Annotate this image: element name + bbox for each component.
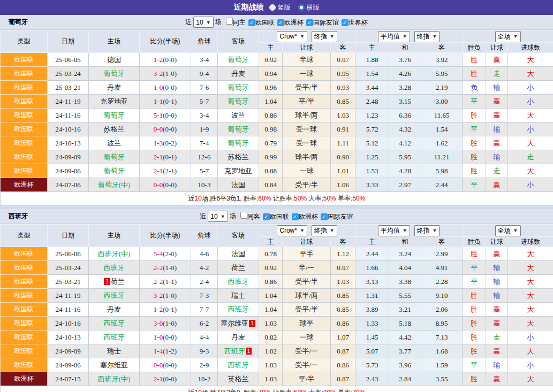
match-type-cell: 欧国联 (1, 289, 48, 303)
col-type: 类型 (1, 225, 48, 247)
result-cell: 胜 (463, 164, 486, 178)
team-label: 瑞士 (231, 291, 245, 299)
summary-stat-label: 大率: (307, 195, 323, 202)
radio-unselected-icon[interactable] (298, 4, 305, 11)
home-team-cell: 西班牙 (89, 261, 140, 275)
final-avg-select[interactable]: 终指 ▼ (414, 225, 440, 236)
home-odds-cell: 0.98 (259, 122, 283, 136)
handicap-result-cell: 赢 (486, 317, 508, 330)
average-select[interactable]: 平均值 ▼ (378, 225, 410, 236)
halftime-score: (2-0) (163, 250, 177, 258)
match-row: 欧国联25-06-06西班牙(中)5-4(2-0)4-6法国0.78平手1.12… (1, 247, 553, 261)
summary-row: 近10场,胜7平3负0, 胜率:70% 让胜率:50% 大率:80% 单率:70… (1, 386, 553, 392)
goals-result-cell: 小 (508, 81, 553, 95)
halftime-score: (1-2) (163, 347, 177, 355)
handicap-result-cell: 赢 (486, 247, 508, 261)
halftime-score: (0-0) (163, 125, 177, 133)
home-odds-cell: 1.03 (259, 372, 283, 386)
chevron-down-icon: ▼ (433, 34, 437, 39)
corner-cell: 5-7 (191, 164, 218, 178)
home-team-cell: 葡萄牙(中) (89, 178, 140, 192)
result-cell: 胜 (463, 317, 486, 330)
team-label: 克罗地亚 (100, 97, 128, 105)
halftime-score: (0-0) (163, 181, 177, 189)
goals-result-cell: 小 (508, 178, 553, 192)
radio-horizontal-layout[interactable]: 横版 (298, 3, 320, 12)
result-cell: 平 (463, 95, 486, 109)
fulltime-select[interactable]: 全场 ▼ (495, 31, 521, 42)
away-odds-cell: 0.85 (331, 303, 355, 317)
fulltime-score: 1-2 (154, 56, 163, 64)
halftime-score: (0-0) (163, 333, 177, 341)
handicap-cell: 球半/两 (283, 109, 331, 122)
radio-vertical-layout[interactable]: 竖版 (269, 3, 291, 12)
avg-away-cell: 11.21 (421, 150, 463, 164)
match-row: 欧国联25-06-05德国1-2(0-0)3-4葡萄牙0.92半球0.971.8… (1, 53, 553, 67)
match-row: 欧国联24-10-13西班牙1-0(0-0)4-4丹麦0.82一球1.071.4… (1, 330, 553, 344)
final-odds-select[interactable]: 终指 ▼ (312, 225, 337, 236)
filter-controls: 近 10 ▼ 场 同主✓欧国联✓欧洲杯✓国际友谊✓世界杯 (185, 17, 367, 28)
fulltime-select[interactable]: 全场 ▼ (495, 225, 521, 236)
halftime-score: (1-0) (163, 264, 177, 272)
bookmaker-select[interactable]: Crow* ▼ (277, 31, 307, 42)
sub-avg-draw: 和 (389, 237, 421, 247)
radio-selected-icon[interactable] (269, 4, 276, 11)
corner-cell: 3-4 (191, 53, 218, 67)
rounds-select[interactable]: 10 ▼ (208, 211, 228, 222)
team-label: 丹麦 (231, 70, 245, 78)
away-team-cell: 瑞士 (218, 289, 259, 303)
fulltime-score: 3-2 (154, 291, 163, 299)
goals-result-cell: 大 (508, 164, 553, 178)
handicap-result-cell: 输 (486, 289, 508, 303)
date-cell: 24-11-16 (48, 109, 89, 122)
handicap-cell: 一球 (283, 164, 331, 178)
sub-home-odds: 主 (259, 237, 283, 247)
avg-home-cell: 1.88 (355, 53, 389, 67)
fulltime-score: 1-2 (154, 305, 163, 313)
handicap-cell: 受一球 (283, 122, 331, 136)
away-team-cell: 克罗地亚 (218, 164, 259, 178)
away-team-cell: 西班牙1 (218, 344, 259, 358)
corner-cell: 10-3 (191, 178, 218, 192)
goals-result-cell: 大 (508, 247, 553, 261)
average-select[interactable]: 平均值 ▼ (378, 31, 410, 42)
final-odds-select[interactable]: 终指 ▼ (312, 31, 337, 42)
summary-stat-value: 10 (195, 389, 202, 392)
same-venue-checkbox[interactable] (240, 212, 247, 219)
rounds-select[interactable]: 10 ▼ (193, 17, 213, 28)
score-cell: 1-2(0-1) (140, 303, 191, 317)
team-label: 葡萄牙 (104, 167, 125, 175)
result-cell: 胜 (463, 67, 486, 81)
handicap-result-cell: 赢 (486, 109, 508, 122)
league-checkbox[interactable]: ✓ (306, 19, 313, 26)
team-label: 苏格兰 (104, 125, 125, 133)
col-type: 类型 (1, 30, 48, 53)
final-avg-value: 终指 (417, 226, 430, 235)
league-checkbox[interactable]: ✓ (342, 19, 349, 26)
league-checkbox[interactable]: ✓ (321, 213, 328, 220)
score-cell: 1-1(0-1) (140, 95, 191, 109)
league-checkbox[interactable]: ✓ (292, 213, 299, 220)
avg-draw-cell: 5.18 (389, 317, 421, 330)
fulltime-score: 1-4 (154, 347, 163, 355)
bookmaker-select[interactable]: Crow* ▼ (277, 225, 307, 236)
bookmaker-value: Crow* (279, 33, 297, 40)
league-checkbox[interactable]: ✓ (277, 19, 284, 26)
date-cell: 24-10-13 (48, 330, 89, 344)
league-checkbox[interactable]: ✓ (263, 213, 270, 220)
goals-result-cell: 大 (508, 317, 553, 330)
league-checkbox[interactable]: ✓ (248, 19, 255, 26)
final-avg-select[interactable]: 终指 ▼ (414, 31, 440, 42)
same-venue-checkbox[interactable] (226, 18, 233, 25)
fulltime-dropdown-cell: 全场 ▼ (463, 30, 553, 43)
date-cell: 25-03-21 (48, 275, 89, 289)
match-type-cell: 欧国联 (1, 344, 48, 358)
chevron-down-icon: ▼ (403, 228, 407, 233)
home-team-cell: 波兰 (89, 136, 140, 150)
home-team-cell: 克罗地亚 (89, 95, 140, 109)
avg-home-cell: 5.73 (355, 358, 389, 372)
handicap-cell: 受平/半 (283, 81, 331, 95)
matches-table: 类型 日期 主场 比分(半场) 角球 客场 Crow* ▼ 终指 ▼ (0, 224, 553, 392)
match-row: 欧国联24-09-06塞尔维亚0-0(0-0)2-9西班牙1.03受半/一0.8… (1, 358, 553, 372)
corner-cell: 1-9 (191, 122, 218, 136)
